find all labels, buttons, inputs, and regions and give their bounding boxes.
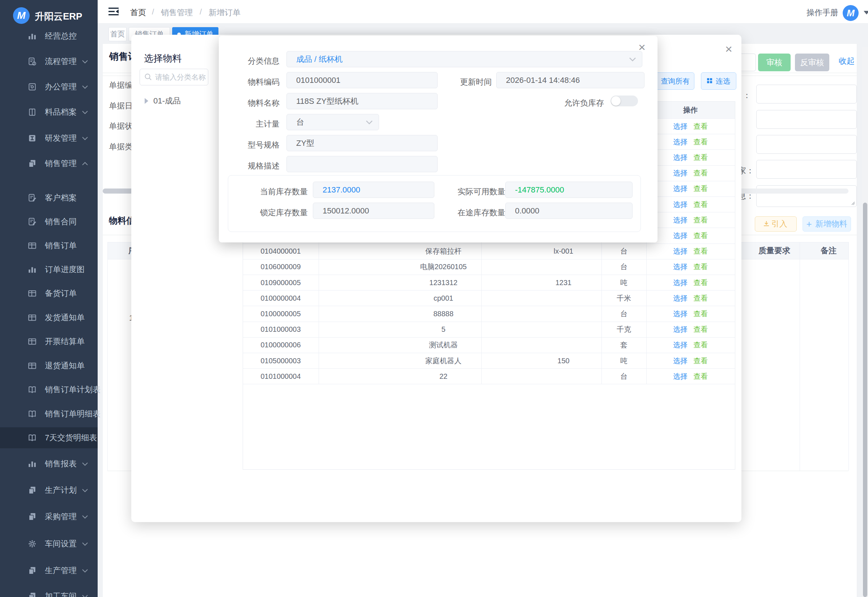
right-input-1[interactable] [756, 85, 857, 104]
select-link[interactable]: 选择 [673, 153, 687, 161]
select-link[interactable]: 选择 [673, 294, 687, 302]
sidebar-item-label: 生产管理 [45, 565, 77, 576]
grid-icon [28, 313, 37, 322]
unit-label: 主计量 [219, 119, 280, 129]
sidebar-item-2[interactable]: 办公管理 [0, 76, 98, 97]
modal-close-icon[interactable]: × [725, 43, 732, 55]
sidebar-item-15[interactable]: 销售订单明细表 [0, 404, 98, 425]
right-input-3[interactable] [756, 135, 857, 154]
tree-expand-caret-icon[interactable] [145, 98, 148, 104]
sidebar-item-9[interactable]: 订单进度图 [0, 259, 98, 280]
view-link[interactable]: 查看 [693, 372, 708, 380]
sidebar-item-4[interactable]: 研发管理 [0, 128, 98, 149]
select-link[interactable]: 选择 [673, 341, 687, 349]
material-code-field[interactable]: 0101000001 [286, 72, 438, 88]
material-name-field[interactable]: 118S ZY型纸杯机 [286, 93, 438, 109]
sidebar-item-10[interactable]: 备货订单 [0, 283, 98, 304]
sidebar-item-0[interactable]: 经营总控 [0, 26, 98, 47]
add-material-button[interactable]: + 新增物料 [803, 216, 851, 232]
tab-home[interactable]: 首页 [108, 27, 127, 41]
select-link[interactable]: 选择 [673, 278, 687, 286]
sidebar-item-19[interactable]: 采购管理 [0, 506, 98, 527]
sidebar-item-1[interactable]: 流程管理 [0, 51, 98, 72]
model-spec-field[interactable]: ZY型 [286, 135, 438, 151]
vertical-scrollbar[interactable] [862, 47, 868, 597]
sidebar-item-13[interactable]: 退货通知单 [0, 355, 98, 376]
import-button[interactable]: 引入 [755, 216, 797, 232]
user-menu-caret-icon[interactable] [864, 11, 868, 15]
breadcrumb-home[interactable]: 首页 [130, 7, 146, 18]
view-link[interactable]: 查看 [693, 231, 708, 239]
sidebar-item-12[interactable]: 开票结算单 [0, 331, 98, 352]
view-link[interactable]: 查看 [693, 325, 708, 333]
view-link[interactable]: 查看 [693, 215, 708, 224]
sidebar-item-20[interactable]: 车间设置 [0, 533, 98, 554]
sidebar-item-6[interactable]: 客户档案 [0, 187, 98, 208]
multi-select-button[interactable]: 连选 [701, 72, 736, 90]
view-link[interactable]: 查看 [693, 309, 708, 317]
sidebar-item-22[interactable]: 加工车间 [0, 586, 98, 597]
view-link[interactable]: 查看 [693, 169, 708, 177]
vertical-scrollbar-thumb[interactable] [863, 203, 867, 597]
select-link[interactable]: 选择 [673, 169, 687, 177]
sidebar-item-14[interactable]: 销售订单计划表 [0, 379, 98, 400]
sidebar-item-21[interactable]: 生产管理 [0, 560, 98, 581]
tree-node-finished-goods[interactable]: 01-成品 [145, 95, 181, 106]
collapse-menu-icon[interactable] [108, 7, 118, 16]
select-link[interactable]: 选择 [673, 231, 687, 239]
manual-link[interactable]: 操作手册 [807, 7, 838, 18]
select-link[interactable]: 选择 [673, 309, 687, 317]
material-name-label: 物料名称 [219, 98, 280, 108]
sidebar-item-label: 发货通知单 [45, 312, 84, 323]
spec-desc-field[interactable] [286, 156, 438, 172]
grid-icon [28, 337, 37, 346]
select-link[interactable]: 选择 [673, 138, 687, 146]
breadcrumb-sales[interactable]: 销售管理 [161, 7, 193, 18]
view-link[interactable]: 查看 [693, 341, 708, 349]
sidebar-item-11[interactable]: 发货通知单 [0, 307, 98, 328]
select-link[interactable]: 选择 [673, 263, 687, 271]
collapse-panel-link[interactable]: 收起 [839, 56, 855, 67]
view-link[interactable]: 查看 [693, 263, 708, 271]
material-row-0106000009: 0106000009电脑20260105台选择查看 [243, 259, 735, 275]
view-link[interactable]: 查看 [693, 184, 708, 193]
select-link[interactable]: 选择 [673, 356, 687, 364]
allow-negative-toggle[interactable] [610, 95, 638, 106]
view-link[interactable]: 查看 [693, 138, 708, 146]
ops-cell: 选择查看 [673, 356, 708, 365]
view-link[interactable]: 查看 [693, 294, 708, 302]
select-link[interactable]: 选择 [673, 325, 687, 333]
right-input-4[interactable] [756, 160, 857, 179]
unit-select[interactable]: 台 [286, 114, 379, 130]
update-time-field[interactable]: 2026-01-14 14:48:46 [496, 72, 644, 88]
select-link[interactable]: 选择 [673, 215, 687, 224]
sidebar-item-3[interactable]: 料品档案 [0, 102, 98, 123]
user-avatar[interactable]: M [843, 5, 859, 21]
view-link[interactable]: 查看 [693, 153, 708, 161]
sidebar-item-label: 退货通知单 [45, 360, 84, 371]
sidebar-item-5[interactable]: 销售管理 [0, 153, 98, 174]
view-link[interactable]: 查看 [693, 122, 708, 130]
sidebar-item-16[interactable]: 7天交货明细表 [0, 427, 98, 448]
select-link[interactable]: 选择 [673, 247, 687, 255]
select-link[interactable]: 选择 [673, 372, 687, 380]
sidebar-item-8[interactable]: 销售订单 [0, 235, 98, 256]
view-link[interactable]: 查看 [693, 247, 708, 255]
current-stock-field: 2137.0000 [313, 182, 434, 198]
category-search-input[interactable]: 请输入分类名称 [139, 69, 208, 85]
right-input-2[interactable] [756, 110, 857, 129]
audit-button[interactable]: 审核 [758, 53, 791, 71]
view-link[interactable]: 查看 [693, 356, 708, 364]
select-link[interactable]: 选择 [673, 200, 687, 208]
select-link[interactable]: 选择 [673, 122, 687, 130]
sidebar-item-17[interactable]: 销售报表 [0, 453, 98, 474]
category-select[interactable]: 成品 / 纸杯机 [286, 51, 642, 67]
sidebar-item-18[interactable]: 生产计划 [0, 480, 98, 501]
material-row-0104000001: 0104000001保存箱拉杆lx-001台选择查看 [243, 244, 735, 260]
view-link[interactable]: 查看 [693, 200, 708, 208]
sidebar-item-7[interactable]: 销售合同 [0, 211, 98, 232]
unaudit-button[interactable]: 反审核 [795, 53, 829, 71]
select-link[interactable]: 选择 [673, 184, 687, 193]
view-link[interactable]: 查看 [693, 278, 708, 286]
detail-close-icon[interactable]: × [638, 41, 646, 53]
